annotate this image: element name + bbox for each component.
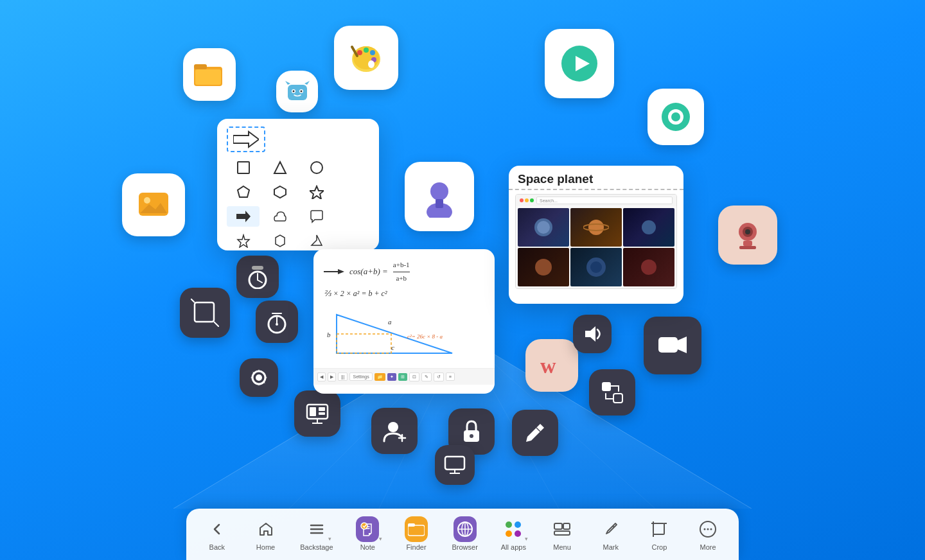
svg-point-15: [300, 90, 302, 92]
crop-button[interactable]: Crop: [640, 514, 678, 555]
svg-rect-11: [288, 85, 307, 100]
svg-rect-10: [195, 69, 221, 85]
svg-marker-16: [285, 81, 290, 85]
svg-rect-64: [319, 412, 325, 415]
wordart-icon[interactable]: w: [525, 339, 578, 392]
svg-point-118: [506, 530, 512, 537]
display-icon[interactable]: [435, 445, 475, 485]
svg-text:w: w: [540, 354, 556, 378]
home-button[interactable]: Home: [247, 514, 285, 555]
svg-rect-9: [194, 64, 207, 69]
svg-rect-40: [743, 241, 752, 246]
more-button[interactable]: More: [689, 514, 727, 555]
transfer-icon[interactable]: [589, 369, 635, 416]
backstage-button[interactable]: ▾ Backstage: [295, 514, 338, 555]
svg-marker-81: [274, 186, 286, 198]
video-player-icon[interactable]: [545, 29, 614, 98]
svg-marker-56: [585, 326, 595, 342]
speaker-icon[interactable]: [573, 315, 612, 353]
svg-marker-78: [274, 162, 286, 173]
svg-point-20: [357, 50, 362, 55]
svg-rect-90: [337, 334, 391, 353]
svg-rect-121: [563, 523, 570, 529]
svg-point-119: [515, 530, 521, 537]
back-button[interactable]: Back: [198, 514, 236, 555]
add-user-icon[interactable]: [371, 408, 418, 454]
presenter-icon[interactable]: [294, 390, 340, 437]
svg-point-79: [311, 162, 322, 173]
svg-rect-124: [653, 523, 664, 534]
svg-rect-120: [554, 523, 562, 529]
svg-point-34: [430, 182, 448, 200]
svg-rect-42: [252, 266, 263, 270]
video-dark-icon[interactable]: [644, 317, 701, 374]
svg-rect-41: [739, 246, 756, 249]
svg-point-22: [370, 50, 375, 55]
svg-point-109: [361, 523, 367, 529]
space-card-title: Space planet: [509, 166, 683, 190]
svg-rect-73: [445, 457, 464, 469]
svg-rect-110: [408, 525, 425, 536]
svg-point-21: [364, 48, 369, 53]
menu-button[interactable]: Menu: [543, 514, 581, 555]
svg-point-39: [745, 229, 750, 234]
svg-marker-83: [236, 211, 251, 222]
svg-line-45: [258, 280, 262, 283]
stopwatch-icon[interactable]: [256, 301, 298, 343]
svg-text:b: b: [327, 331, 331, 338]
svg-marker-82: [310, 186, 324, 199]
svg-rect-77: [238, 162, 249, 173]
svg-point-48: [276, 323, 278, 326]
svg-line-123: [613, 526, 614, 527]
paint-icon[interactable]: [334, 26, 398, 90]
svg-point-99: [642, 220, 656, 234]
svg-rect-36: [436, 199, 443, 208]
svg-point-71: [470, 434, 473, 438]
avatar-icon[interactable]: [405, 162, 474, 231]
crop-tool-icon[interactable]: [180, 288, 230, 338]
timer-icon[interactable]: [236, 256, 279, 298]
svg-point-130: [704, 529, 706, 530]
settings-icon[interactable]: [240, 358, 278, 397]
browser-button[interactable]: Browser: [446, 514, 484, 555]
svg-marker-86: [312, 235, 322, 245]
svg-line-54: [214, 322, 219, 327]
svg-point-132: [710, 529, 712, 530]
teal-ring-icon[interactable]: [648, 89, 704, 145]
svg-point-116: [506, 521, 512, 528]
finder-button[interactable]: Finder: [397, 514, 436, 555]
pen-icon[interactable]: [512, 410, 558, 456]
svg-point-67: [388, 422, 398, 432]
svg-text:a: a: [388, 318, 392, 326]
svg-marker-88: [338, 269, 344, 274]
svg-marker-80: [238, 186, 249, 197]
svg-marker-17: [304, 81, 310, 85]
svg-point-117: [515, 521, 521, 528]
svg-text:c²= 26c × 8 - a: c²= 26c × 8 - a: [407, 333, 443, 340]
files-icon[interactable]: [183, 48, 236, 101]
note-button[interactable]: ▾ Note: [348, 514, 387, 555]
mark-button[interactable]: Mark: [592, 514, 630, 555]
svg-point-131: [707, 529, 709, 530]
svg-point-51: [256, 374, 262, 381]
shapes-card: [217, 119, 379, 250]
gallery-icon[interactable]: [122, 173, 185, 236]
allapps-button[interactable]: ▾ All apps: [494, 514, 533, 555]
svg-marker-84: [238, 235, 249, 247]
svg-rect-57: [658, 337, 678, 353]
svg-rect-122: [554, 531, 570, 535]
svg-point-32: [144, 197, 150, 204]
webcam-icon[interactable]: [718, 206, 777, 265]
svg-marker-58: [678, 337, 687, 353]
svg-point-24: [368, 60, 374, 68]
svg-rect-111: [408, 523, 415, 527]
svg-point-103: [641, 259, 656, 275]
space-card: Space planet Search...: [509, 166, 683, 304]
cat-icon[interactable]: [276, 71, 318, 112]
svg-point-14: [292, 90, 294, 92]
svg-rect-60: [613, 394, 622, 403]
svg-rect-63: [319, 407, 325, 411]
svg-rect-52: [195, 302, 214, 322]
svg-marker-85: [276, 235, 285, 247]
svg-point-30: [671, 112, 680, 121]
